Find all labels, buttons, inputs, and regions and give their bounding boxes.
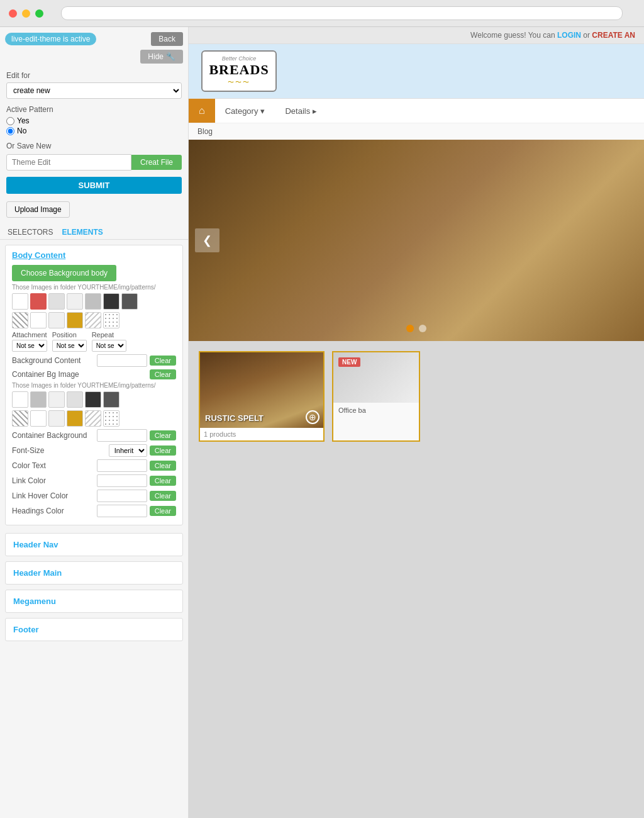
swatch-very-dark[interactable]	[121, 293, 138, 310]
nav-details[interactable]: Details ▸	[275, 100, 327, 122]
c-swatch-diagonal[interactable]	[85, 410, 101, 427]
c-swatch-very-dark[interactable]	[103, 391, 119, 408]
swatch-stripe1[interactable]	[12, 312, 28, 328]
chevron-right-icon: ▸	[313, 106, 317, 116]
product-card-office[interactable]: Office ba NEW	[332, 351, 420, 442]
c-swatch-stripe1[interactable]	[12, 410, 28, 427]
color-text-clear-button[interactable]: Clear	[150, 461, 176, 471]
radio-yes[interactable]	[6, 117, 14, 125]
logo-box: Better Choice BREADS 〜〜〜	[201, 50, 277, 92]
choose-background-button[interactable]: Choose Background body	[12, 265, 116, 281]
nav-category[interactable]: Category ▾	[215, 100, 275, 122]
headings-color-input[interactable]	[97, 505, 147, 517]
container-bg-row: Container Background Clear	[12, 429, 176, 442]
explore-icon: ⊕	[306, 410, 319, 424]
slider-arrow-left[interactable]: ❮	[195, 228, 219, 252]
attachment-select[interactable]: Not se	[12, 340, 47, 352]
address-bar[interactable]	[61, 6, 623, 20]
swatch-dot-pattern[interactable]	[103, 312, 119, 328]
maximize-dot[interactable]	[35, 9, 43, 18]
home-icon: ⌂	[199, 105, 205, 116]
font-size-label: Font-Size	[12, 446, 106, 455]
creat-file-button[interactable]: Creat File	[131, 155, 182, 170]
header-nav-section[interactable]: Header Nav	[5, 533, 183, 556]
footer-section[interactable]: Footer	[5, 618, 183, 641]
product-rustic-name: RUSTIC SPELT	[205, 413, 264, 423]
c-swatch-lighter[interactable]	[48, 391, 65, 408]
link-color-clear-button[interactable]: Clear	[150, 476, 176, 486]
repeat-select[interactable]: Not se	[92, 340, 126, 352]
font-size-clear-button[interactable]: Clear	[150, 445, 176, 456]
link-color-row: Link Color Clear	[12, 474, 176, 487]
link-hover-clear-button[interactable]: Clear	[150, 491, 176, 501]
slider-dot-2[interactable]	[419, 325, 426, 332]
color-text-input[interactable]	[97, 459, 147, 472]
megamenu-section[interactable]: Megamenu	[5, 590, 183, 613]
or-text: or	[583, 31, 590, 40]
bg-content-input[interactable]	[97, 354, 147, 367]
container-bg-image-clear-button[interactable]: Clear	[150, 369, 176, 379]
c-swatch-gold[interactable]	[67, 410, 83, 427]
container-bg-input[interactable]	[97, 429, 147, 442]
swatch-light-gray[interactable]	[48, 293, 65, 310]
bg-content-clear-button[interactable]: Clear	[150, 356, 176, 366]
swatch-gold[interactable]	[67, 312, 83, 328]
swatch-white[interactable]	[12, 293, 28, 310]
headings-color-row: Headings Color Clear	[12, 505, 176, 517]
c-swatch-gray[interactable]	[30, 391, 47, 408]
headings-color-label: Headings Color	[12, 507, 94, 515]
link-color-label: Link Color	[12, 476, 94, 485]
swatch-medium-gray[interactable]	[85, 293, 101, 310]
footer-title: Footer	[13, 625, 38, 634]
nav-home-button[interactable]: ⌂	[189, 99, 215, 123]
c-swatch-white[interactable]	[12, 391, 28, 408]
hide-btn-row: Hide 🔧	[0, 48, 188, 67]
submit-button[interactable]: SUBMIT	[6, 177, 182, 194]
swatch-dark[interactable]	[103, 293, 119, 310]
c-swatch-dots[interactable]	[103, 410, 119, 427]
theme-edit-input[interactable]	[6, 154, 131, 171]
back-button[interactable]: Back	[151, 32, 183, 46]
nav-blog[interactable]: Blog	[189, 123, 644, 140]
product-card-rustic[interactable]: RUSTIC SPELT ⊕ 1 products	[199, 351, 325, 442]
radio-yes-row: Yes	[6, 116, 182, 125]
link-hover-input[interactable]	[97, 490, 147, 502]
bg-content-label: Background Content	[12, 356, 94, 365]
minimize-dot[interactable]	[22, 9, 30, 18]
attachment-position-row: Attachment Not se Position Not se Repeat…	[12, 331, 176, 352]
edit-for-select[interactable]: create new	[6, 82, 182, 99]
container-bg-label: Container Background	[12, 431, 94, 440]
megamenu-title: Megamenu	[13, 597, 56, 606]
header-main-section[interactable]: Header Main	[5, 561, 183, 585]
hide-button[interactable]: Hide 🔧	[140, 50, 183, 64]
swatch-red[interactable]	[30, 293, 47, 310]
logo-area: Better Choice BREADS 〜〜〜	[201, 50, 277, 92]
swatch-diagonal[interactable]	[85, 312, 101, 328]
swatch-white-2[interactable]	[30, 312, 47, 328]
create-an-link[interactable]: CREATE AN	[592, 31, 635, 40]
color-swatches-2	[12, 312, 176, 328]
link-color-input[interactable]	[97, 474, 147, 487]
position-select[interactable]: Not se	[52, 340, 87, 352]
c-swatch-light[interactable]	[67, 391, 83, 408]
tab-elements[interactable]: ELEMENTS	[60, 225, 104, 239]
c-swatch-white-2[interactable]	[30, 410, 47, 427]
right-panel: Welcome guess! You can LOGIN or CREATE A…	[189, 27, 644, 818]
wrench-icon: 🔧	[166, 52, 175, 61]
attachment-col: Attachment Not se	[12, 331, 47, 352]
c-swatch-dark[interactable]	[85, 391, 101, 408]
container-bg-clear-button[interactable]: Clear	[150, 430, 176, 440]
font-size-select[interactable]: Inherit	[109, 444, 147, 457]
login-link[interactable]: LOGIN	[557, 31, 581, 40]
swatch-lighter-gray[interactable]	[67, 293, 83, 310]
close-dot[interactable]	[9, 9, 17, 18]
radio-no[interactable]	[6, 127, 14, 135]
upload-image-button[interactable]: Upload Image	[6, 201, 70, 218]
new-badge: NEW	[338, 357, 360, 367]
swatch-lighter-gray-2[interactable]	[48, 312, 65, 328]
active-badge: live-edit-theme is active	[5, 33, 96, 45]
headings-color-clear-button[interactable]: Clear	[150, 506, 176, 516]
slider-dot-1[interactable]	[406, 325, 414, 332]
c-swatch-lighter-2[interactable]	[48, 410, 65, 427]
tab-selectors[interactable]: SELECTORS	[6, 225, 54, 239]
